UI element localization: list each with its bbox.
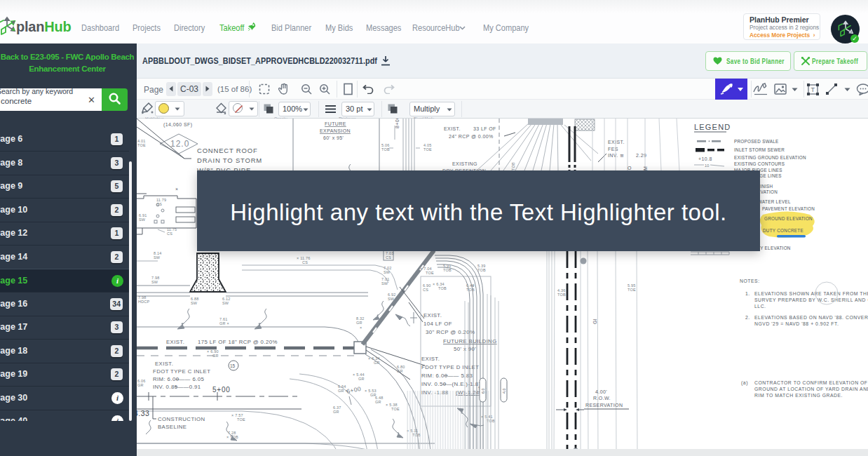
svg-text:CS: CS	[302, 260, 308, 264]
svg-text:×: ×	[175, 187, 179, 192]
svg-text:4.00': 4.00'	[595, 389, 607, 394]
svg-text:O: O	[628, 166, 632, 170]
svg-text:+10.8: +10.8	[698, 156, 712, 161]
svg-text:TOB: TOB	[511, 162, 515, 170]
svg-text:TOE: TOE	[423, 147, 432, 152]
svg-text:INV. 0.85——0.91: INV. 0.85——0.91	[153, 384, 201, 390]
svg-text:TOE: TOE	[426, 271, 434, 275]
svg-text:INV. 0.50—(N.E.)-1.87: INV. 0.50—(N.E.)-1.87	[421, 381, 482, 387]
svg-text:PAVEMENT ELEVATION: PAVEMENT ELEVATION	[762, 206, 815, 211]
svg-text:TOE: TOE	[237, 417, 245, 422]
svg-text:GR: GR	[137, 383, 144, 387]
svg-text:INLET STORM SEWER: INLET STORM SEWER	[734, 147, 785, 152]
svg-text:TOE: TOE	[137, 143, 146, 147]
svg-text:24" RCP @ 0.00%: 24" RCP @ 0.00%	[449, 134, 494, 139]
svg-text:BASELINE: BASELINE	[158, 424, 187, 430]
svg-text:RIM: 6.00—— 6.05: RIM: 6.00—— 6.05	[153, 376, 204, 382]
svg-text:4.33: 4.33	[137, 409, 149, 417]
svg-text:GR: GR	[333, 410, 339, 414]
svg-text:DUTY CONCRETE: DUTY CONCRETE	[763, 228, 803, 233]
svg-text:CS: CS	[156, 202, 162, 206]
svg-text:FUTURE: FUTURE	[325, 121, 346, 126]
svg-text:GR: GR	[370, 393, 377, 397]
svg-text:×: ×	[360, 326, 362, 330]
svg-text:EXISTING GROUND ELEVATION: EXISTING GROUND ELEVATION	[734, 155, 806, 160]
svg-text:GR: GR	[356, 321, 362, 325]
svg-text:EXPANSION: EXPANSION	[320, 128, 351, 133]
svg-text:SW: SW	[139, 217, 146, 222]
svg-text:GROUND ELEVATION: GROUND ELEVATION	[764, 216, 813, 221]
svg-text:8+00: 8+00	[395, 119, 400, 128]
svg-text:TOB: TOB	[381, 147, 390, 152]
svg-text:104 LF OF: 104 LF OF	[423, 321, 452, 327]
svg-text:EXIST.: EXIST.	[608, 140, 625, 145]
svg-text:SW: SW	[151, 280, 158, 284]
svg-text:EXIST.: EXIST.	[166, 339, 184, 345]
svg-text:GR: GR	[375, 400, 381, 404]
svg-text:10: 10	[705, 163, 710, 168]
svg-text:NOTES:: NOTES:	[740, 279, 760, 283]
svg-text:LEGEND: LEGEND	[694, 123, 731, 131]
svg-text:CONNECT ROOF: CONNECT ROOF	[197, 147, 257, 154]
svg-text:5+00: 5+00	[212, 386, 231, 394]
svg-text:GI: GI	[592, 318, 597, 324]
svg-text:TOE: TOE	[391, 407, 400, 411]
svg-text:TOB: TOB	[557, 293, 566, 297]
svg-text:GR: GR	[397, 369, 403, 373]
svg-text:175 LF OF 18" RCP @ 0.20%: 175 LF OF 18" RCP @ 0.20%	[198, 339, 278, 345]
svg-text:60' x 95': 60' x 95'	[323, 135, 344, 140]
svg-text:TOE: TOE	[628, 288, 636, 292]
svg-text:EXISTING CONTOURS: EXISTING CONTOURS	[734, 161, 785, 166]
svg-text:RIM TO MATCH EXISTING GRAD: RIM TO MATCH EXISTING GRADE.	[754, 393, 843, 398]
svg-text:FES: FES	[608, 147, 618, 152]
svg-text:33 LF OF: 33 LF OF	[473, 126, 496, 131]
svg-text:R.O.W.: R.O.W.	[593, 396, 611, 401]
svg-text:FDOT TYPE C INLET: FDOT TYPE C INLET	[153, 368, 210, 375]
svg-text:30" RCP @ 0.20%: 30" RCP @ 0.20%	[426, 329, 475, 335]
svg-text:EXIST.: EXIST.	[423, 312, 442, 318]
svg-text:GR: GR	[358, 377, 365, 381]
svg-text:RESERVATION: RESERVATION	[585, 403, 623, 408]
svg-text:TOB: TOB	[443, 268, 452, 272]
svg-text:CONSTRUCTION: CONSTRUCTION	[158, 416, 205, 422]
svg-text:(14,060 SF): (14,060 SF)	[163, 122, 192, 128]
svg-text:TOB: TOB	[466, 288, 475, 292]
svg-text:DRAIN TO STORM: DRAIN TO STORM	[197, 156, 262, 164]
svg-text:ELEVATIONS BASED ON NAVD ': ELEVATIONS BASED ON NAVD '88. CONVER	[754, 315, 868, 320]
svg-text:ELEVATIONS SHOWN ARE TAKEN: ELEVATIONS SHOWN ARE TAKEN FROM THE	[754, 291, 868, 296]
svg-text:INV. ≅: INV. ≅	[608, 153, 624, 158]
svg-text:6+00: 6+00	[346, 385, 362, 395]
svg-text:15: 15	[230, 363, 236, 368]
svg-text:T: T	[811, 86, 815, 93]
svg-text:EXISTING: EXISTING	[452, 161, 477, 166]
svg-text:CONTRACTOR TO CONFIRM ELEVA: CONTRACTOR TO CONFIRM ELEVATION OF E	[754, 380, 868, 385]
svg-text:GR: GR	[374, 361, 380, 365]
svg-text:LLC.: LLC.	[754, 304, 766, 309]
svg-text:FDOT TYPE D INLET: FDOT TYPE D INLET	[421, 364, 479, 370]
svg-text:SW: SW	[381, 281, 388, 286]
svg-text:4.0: 4.0	[502, 388, 506, 394]
svg-text:TOB: TOB	[477, 268, 486, 272]
svg-text:NGVD '29 = NAVD '88 + 0.: NGVD '29 = NAVD '88 + 0.902 FT.	[754, 321, 839, 326]
svg-text:SW: SW	[388, 297, 395, 301]
svg-text:EXIST.: EXIST.	[155, 361, 173, 367]
svg-text:HDCP: HDCP	[138, 300, 150, 304]
svg-text:SW: SW	[384, 270, 391, 274]
svg-text:TY ELEVATION: TY ELEVATION	[757, 246, 791, 250]
svg-text:12.0: 12.0	[170, 139, 189, 149]
svg-text:1.: 1.	[745, 291, 750, 296]
svg-text:GR: GR	[212, 354, 219, 358]
svg-text:PROPOSED SWALE: PROPOSED SWALE	[734, 139, 778, 144]
svg-text:6.0: 6.0	[481, 388, 485, 394]
svg-text:WATER LEVEL: WATER LEVEL	[758, 199, 791, 204]
svg-text:TOB: TOB	[438, 286, 447, 290]
svg-text:GR ×: GR ×	[219, 321, 229, 326]
svg-text:CS: CS	[167, 232, 172, 236]
svg-text:EXIST.: EXIST.	[421, 356, 440, 362]
svg-text:SW: SW	[222, 301, 229, 305]
svg-text:2.: 2.	[745, 315, 750, 320]
svg-text:GROUND AT LOCATION OF YARD: GROUND AT LOCATION OF YARD DRAIN AND	[754, 387, 868, 391]
svg-text:CS: CS	[423, 288, 428, 292]
svg-text:SW: SW	[191, 301, 198, 305]
svg-text:EXIST.: EXIST.	[444, 126, 461, 131]
